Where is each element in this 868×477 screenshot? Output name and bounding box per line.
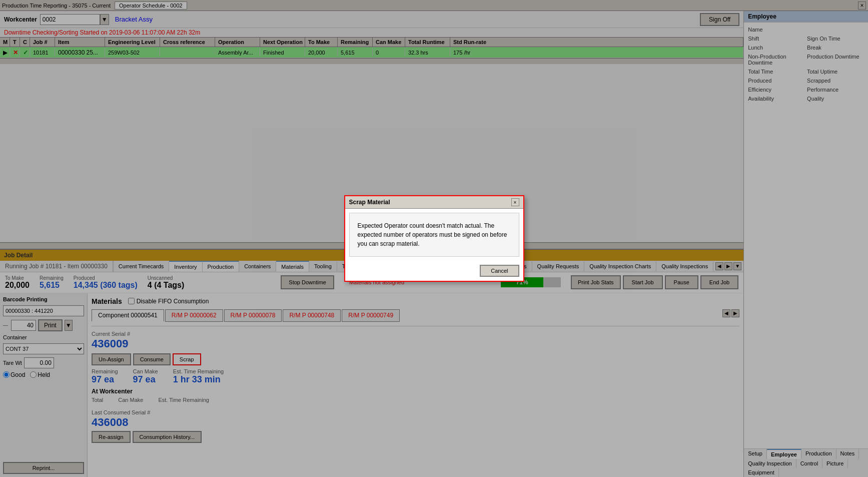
modal-title: Scrap Material <box>349 199 511 206</box>
modal-titlebar: Scrap Material × <box>345 196 523 209</box>
scrap-material-modal: Scrap Material × Expected Operator count… <box>344 195 524 282</box>
modal-footer: Cancel <box>345 261 523 281</box>
modal-cancel-button[interactable]: Cancel <box>480 265 519 277</box>
modal-overlay: Scrap Material × Expected Operator count… <box>0 0 868 477</box>
modal-close-button[interactable]: × <box>511 198 519 206</box>
modal-message: Expected Operator count doesn't match ac… <box>349 213 519 257</box>
